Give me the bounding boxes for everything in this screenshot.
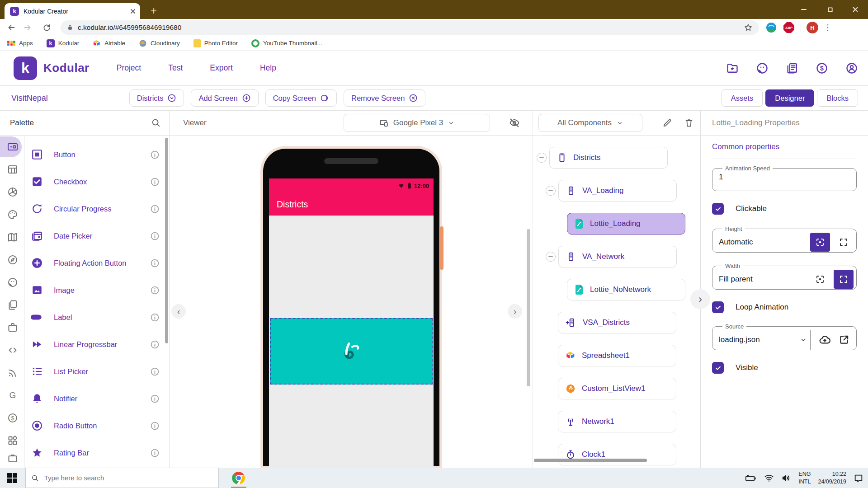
tree-node-lottie-loading[interactable]: Lottie_Loading: [567, 213, 685, 235]
bookmark-cloudinary[interactable]: Cloudinary: [139, 39, 180, 47]
blocks-button[interactable]: Blocks: [817, 89, 858, 107]
palette-item-radio-button[interactable]: Radio Button: [25, 412, 166, 439]
width-automatic-button[interactable]: [810, 270, 830, 289]
idm-extension-icon[interactable]: [765, 22, 777, 33]
bookmark-photo-editor[interactable]: Photo Editor: [193, 39, 238, 47]
language-indicator[interactable]: ENG INTL: [798, 470, 811, 485]
menu-export[interactable]: Export: [210, 63, 233, 73]
viewer-prev-chevron[interactable]: ‹: [171, 304, 186, 319]
kodular-logo[interactable]: k: [14, 56, 37, 80]
height-automatic-button[interactable]: [810, 233, 830, 252]
visible-checkbox[interactable]: [712, 362, 724, 374]
palette-item-button[interactable]: Button: [25, 141, 166, 168]
lock-icon[interactable]: [67, 24, 73, 31]
tab-close-icon[interactable]: [130, 9, 136, 14]
designer-button[interactable]: Designer: [765, 89, 814, 107]
category-google[interactable]: G: [0, 384, 25, 407]
tree-row[interactable]: Network1: [558, 411, 700, 432]
tree-node-districts[interactable]: Districts: [549, 147, 668, 169]
minimize-button[interactable]: [791, 0, 816, 19]
info-icon[interactable]: [150, 204, 160, 214]
width-fill-button[interactable]: [834, 270, 854, 289]
bookmark-kodular[interactable]: k Kodular: [47, 39, 80, 47]
palette-item-checkbox[interactable]: Checkbox: [25, 168, 166, 195]
menu-test[interactable]: Test: [168, 63, 183, 73]
copy-screen-button[interactable]: Copy Screen: [265, 89, 337, 107]
tree-row[interactable]: VA_Network: [546, 246, 700, 267]
info-icon[interactable]: [150, 340, 160, 349]
category-sensors[interactable]: [0, 249, 25, 271]
tree-row[interactable]: VSA_Districts: [558, 312, 700, 333]
category-utilities[interactable]: [0, 316, 25, 339]
tree-node-lottie-nonetwork[interactable]: Lottie_NoNetwork: [567, 279, 685, 300]
search-icon[interactable]: [151, 118, 161, 128]
tree-horizontal-scrollbar[interactable]: [534, 459, 647, 462]
eye-off-icon[interactable]: [509, 117, 520, 128]
collapse-icon[interactable]: [537, 153, 547, 163]
action-center-icon[interactable]: [854, 473, 863, 483]
menu-project[interactable]: Project: [117, 63, 141, 73]
device-selector[interactable]: Google Pixel 3: [344, 114, 490, 132]
palette-item-linear-progressbar[interactable]: Linear Progressbar: [25, 331, 166, 358]
category-monetization[interactable]: $: [0, 407, 25, 429]
animation-speed-field[interactable]: Animation Speed 1: [712, 165, 857, 191]
category-maps[interactable]: [0, 226, 25, 249]
info-icon[interactable]: [150, 367, 160, 376]
chrome-menu-icon[interactable]: ⋮: [824, 23, 832, 33]
common-properties-link[interactable]: Common properties: [712, 142, 857, 159]
news-icon[interactable]: [786, 62, 798, 75]
tree-node-vsa-districts[interactable]: VSA_Districts: [558, 312, 676, 333]
category-media[interactable]: [0, 181, 25, 203]
bookmark-airtable[interactable]: Airtable: [93, 39, 125, 47]
reload-icon[interactable]: [39, 20, 54, 35]
taskbar-search[interactable]: [25, 468, 219, 488]
height-fill-button[interactable]: [834, 233, 854, 252]
delete-trash-icon[interactable]: [684, 118, 694, 128]
back-icon[interactable]: [4, 20, 19, 35]
bookmark-star-icon[interactable]: [744, 23, 753, 32]
taskbar-search-input[interactable]: [43, 474, 213, 482]
wifi-tray-icon[interactable]: [764, 474, 774, 483]
add-screen-button[interactable]: Add Screen: [191, 89, 258, 107]
info-icon[interactable]: [150, 177, 160, 187]
components-filter-dropdown[interactable]: All Components: [538, 114, 642, 132]
bookmark-apps[interactable]: Apps: [7, 40, 33, 47]
remove-screen-button[interactable]: Remove Screen: [344, 89, 425, 107]
width-field[interactable]: Width Fill parent: [712, 263, 857, 290]
palette-item-notifier[interactable]: Notifier: [25, 385, 166, 412]
chrome-taskbar-icon[interactable]: [229, 468, 249, 488]
palette-item-fab[interactable]: Floating Action Button: [25, 249, 166, 277]
collapse-icon[interactable]: [546, 252, 556, 262]
palette-item-date-picker[interactable]: Date Picker: [25, 222, 166, 249]
browser-tab[interactable]: k Kodular Creator: [5, 3, 140, 19]
source-dropdown[interactable]: loading.json: [719, 335, 807, 344]
tree-node-network1[interactable]: Network1: [558, 411, 676, 432]
category-layout[interactable]: [0, 158, 25, 181]
category-storage[interactable]: [0, 294, 25, 316]
category-social[interactable]: [0, 271, 25, 294]
tree-row[interactable]: Custom_ListView1: [558, 378, 700, 399]
tree-node-custom-listview1[interactable]: Custom_ListView1: [558, 378, 676, 399]
source-field[interactable]: Source loading.json: [712, 323, 857, 350]
assets-button[interactable]: Assets: [722, 89, 763, 107]
tree-row[interactable]: Lottie_Loading: [567, 213, 700, 235]
lottie-loading-component[interactable]: [270, 318, 433, 385]
info-icon[interactable]: [150, 286, 160, 295]
category-extension[interactable]: [0, 429, 25, 452]
folder-star-icon[interactable]: [726, 62, 739, 75]
profile-avatar[interactable]: H: [807, 22, 818, 33]
upload-cloud-icon[interactable]: [819, 334, 831, 346]
address-bar[interactable]: c.kodular.io/#6459956846919680: [61, 20, 759, 35]
category-user-interface[interactable]: [0, 136, 25, 158]
tree-node-va-network[interactable]: VA_Network: [558, 246, 677, 267]
category-connectivity[interactable]: [0, 361, 25, 384]
viewer-next-chevron[interactable]: ›: [508, 304, 522, 319]
phone-screen[interactable]: 12:00 Districts: [269, 178, 434, 468]
tree-node-spreadsheet1[interactable]: Spreadsheet1: [558, 345, 676, 366]
tree-node-va-loading[interactable]: VA_Loading: [558, 180, 677, 202]
category-partial[interactable]: [0, 452, 25, 465]
windows-start-button[interactable]: [7, 473, 17, 483]
palette-item-list-picker[interactable]: List Picker: [25, 358, 166, 385]
info-icon[interactable]: [150, 448, 160, 458]
palette-item-circular-progress[interactable]: Circular Progress: [25, 195, 166, 222]
